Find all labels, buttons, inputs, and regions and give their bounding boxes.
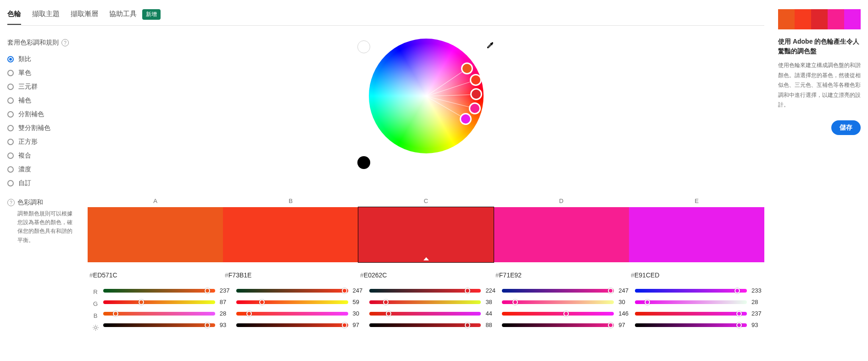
brightness-icon [92, 324, 99, 331]
rule-complementary[interactable]: 補色 [7, 96, 74, 105]
slider-track[interactable] [502, 300, 614, 304]
hex-value[interactable]: #E0262C [358, 271, 494, 279]
rule-compound[interactable]: 複合 [7, 152, 74, 160]
slider-row: 247 [502, 287, 631, 294]
hex-value[interactable]: #ED571C [88, 271, 223, 279]
slider-thumb[interactable] [246, 311, 252, 316]
slider-track[interactable] [635, 289, 747, 293]
tab-extract-gradient[interactable]: 擷取漸層 [71, 10, 98, 25]
slider-thumb[interactable] [465, 288, 470, 293]
slider-track[interactable] [369, 289, 481, 293]
mini-swatch[interactable] [844, 9, 861, 29]
wheel-marker[interactable] [470, 88, 482, 100]
rule-double-split[interactable]: 雙分割補色 [7, 124, 74, 132]
help-icon[interactable]: ? [7, 199, 15, 206]
slider-value: 146 [618, 310, 631, 317]
mini-swatch[interactable] [811, 9, 828, 29]
slider-column: 237872893 [103, 287, 233, 331]
wheel-marker[interactable] [461, 62, 473, 74]
black-swatch[interactable] [357, 156, 370, 169]
slider-row: 247 [236, 287, 366, 294]
slider-track[interactable] [635, 312, 747, 316]
swatch[interactable] [494, 207, 629, 262]
label-b: B [94, 312, 98, 319]
slider-thumb[interactable] [259, 299, 265, 305]
wheel-marker[interactable] [469, 102, 481, 114]
white-swatch[interactable] [357, 40, 370, 53]
slider-thumb[interactable] [465, 322, 470, 328]
slider-value: 97 [353, 322, 366, 328]
slider-thumb[interactable] [386, 311, 391, 316]
slider-thumb[interactable] [608, 322, 613, 328]
rule-mono[interactable]: 單色 [7, 69, 74, 77]
color-wheel-area [88, 39, 764, 195]
slider-thumb[interactable] [736, 322, 742, 328]
rule-analogous[interactable]: 類比 [7, 55, 74, 63]
mini-swatch[interactable] [795, 9, 811, 29]
slider-track[interactable] [502, 323, 614, 327]
save-button[interactable]: 儲存 [831, 120, 861, 135]
hex-value[interactable]: #F71E92 [494, 271, 629, 279]
tab-wheel[interactable]: 色輪 [7, 10, 21, 25]
slider-row: 93 [103, 322, 233, 328]
slider-channel-labels: R G B [88, 287, 103, 331]
slider-thumb[interactable] [342, 288, 347, 293]
slider-value: 93 [220, 322, 233, 328]
slider-thumb[interactable] [113, 311, 118, 316]
slider-track[interactable] [236, 289, 348, 293]
swatch[interactable] [223, 207, 358, 262]
slider-track[interactable] [236, 300, 348, 304]
slider-thumb[interactable] [205, 288, 210, 293]
slider-track[interactable] [369, 300, 481, 304]
swatch[interactable] [358, 207, 494, 262]
slider-thumb[interactable] [139, 299, 144, 305]
help-icon[interactable]: ? [61, 39, 69, 46]
mini-swatch[interactable] [778, 9, 795, 29]
wheel-marker[interactable] [460, 113, 472, 125]
slider-thumb[interactable] [383, 299, 389, 305]
svg-point-0 [95, 327, 97, 329]
rule-custom[interactable]: 自訂 [7, 179, 74, 187]
slider-track[interactable] [103, 300, 215, 304]
color-wheel[interactable] [369, 39, 484, 153]
tab-accessibility[interactable]: 協助工具 [109, 10, 137, 25]
tab-extract-theme[interactable]: 擷取主題 [32, 10, 60, 25]
slider-thumb[interactable] [736, 311, 742, 316]
slider-thumb[interactable] [734, 288, 740, 293]
harmony-title: 色彩調和 [17, 198, 43, 207]
eyedropper-icon[interactable] [486, 41, 494, 51]
slider-track[interactable] [236, 312, 348, 316]
slider-track[interactable] [103, 289, 215, 293]
slider-thumb[interactable] [645, 299, 650, 305]
slider-track[interactable] [502, 312, 614, 316]
mini-swatch[interactable] [828, 9, 844, 29]
slider-track[interactable] [635, 300, 747, 304]
label-r: R [93, 288, 97, 295]
slider-thumb[interactable] [205, 322, 210, 328]
hex-value[interactable]: #F73B1E [223, 271, 358, 279]
wheel-marker[interactable] [470, 74, 482, 86]
slider-thumb[interactable] [608, 288, 613, 293]
rule-shades[interactable]: 濃度 [7, 165, 74, 174]
slider-thumb[interactable] [563, 311, 569, 316]
rule-square[interactable]: 正方形 [7, 138, 74, 146]
svg-line-5 [94, 326, 94, 326]
slider-thumb[interactable] [512, 299, 518, 305]
slider-row: 97 [502, 322, 631, 328]
swatch[interactable] [629, 207, 764, 262]
swatch-letters-row: ABCDE [88, 197, 764, 207]
tab-bar: 色輪 擷取主題 擷取漸層 協助工具 新增 [7, 9, 764, 26]
rule-label: 分割補色 [18, 110, 44, 118]
slider-track[interactable] [635, 323, 747, 327]
slider-track[interactable] [103, 323, 215, 327]
slider-track[interactable] [103, 312, 215, 316]
slider-track[interactable] [236, 323, 348, 327]
hex-value[interactable]: #E91CED [629, 271, 764, 279]
slider-thumb[interactable] [342, 322, 347, 328]
swatch[interactable] [88, 207, 223, 262]
rule-triad[interactable]: 三元群 [7, 83, 74, 91]
slider-track[interactable] [502, 289, 614, 293]
slider-track[interactable] [369, 312, 481, 316]
rule-split[interactable]: 分割補色 [7, 110, 74, 118]
slider-track[interactable] [369, 323, 481, 327]
